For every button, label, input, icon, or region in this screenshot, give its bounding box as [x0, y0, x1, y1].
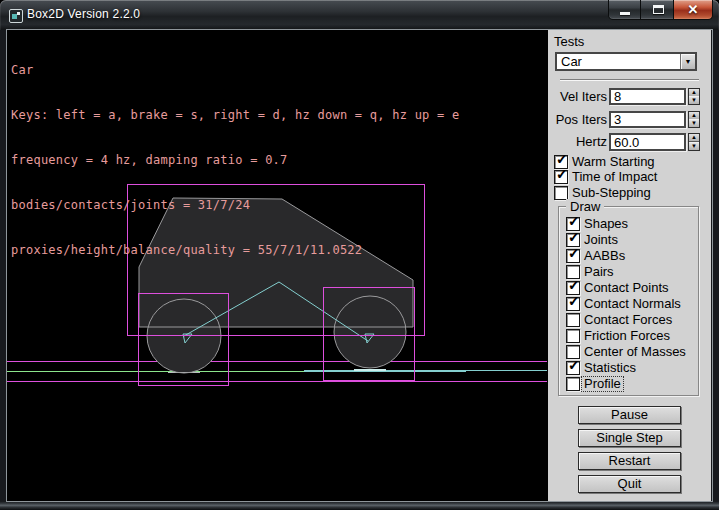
vel-iters-label: Vel Iters — [548, 88, 607, 105]
checkbox-label: Sub-Stepping — [572, 186, 651, 200]
draw-groupbox: Draw ✓ Shapes ✓ Joints ✓ AABBs Pairs ✓ C… — [558, 206, 699, 396]
checkbox-label: Pairs — [584, 265, 614, 279]
hertz-label: Hertz — [548, 133, 607, 151]
checkbox-label: Time of Impact — [572, 170, 657, 184]
app-icon-dot — [17, 12, 20, 15]
simulation-canvas[interactable]: Car Keys: left = a, brake = s, right = d… — [7, 30, 548, 501]
spin-down-button[interactable]: ▼ — [689, 142, 699, 150]
vel-iters-input[interactable] — [609, 88, 686, 105]
debug-text-overlay: Car Keys: left = a, brake = s, right = d… — [11, 33, 459, 288]
checkbox-box: ✓ — [554, 170, 568, 184]
check-icon: ✓ — [556, 166, 568, 182]
spin-down-icon: ▼ — [691, 120, 697, 126]
check-icon: ✓ — [556, 151, 568, 167]
bodies-stats-text: bodies/contacts/joints = 31/7/24 — [11, 198, 459, 213]
spin-up-icon: ▲ — [691, 134, 697, 140]
checkbox-label: Contact Normals — [584, 297, 681, 311]
checkbox-box — [566, 329, 580, 343]
checkbox-box — [566, 377, 580, 391]
proxies-stats-text: proxies/height/balance/quality = 55/7/1/… — [11, 243, 459, 258]
quit-button[interactable]: Quit — [578, 475, 681, 493]
checkbox-label: Friction Forces — [584, 329, 670, 343]
checkbox-label: Warm Starting — [572, 155, 655, 169]
spin-down-icon: ▼ — [691, 143, 697, 149]
check-icon: ✓ — [568, 357, 580, 373]
control-panel: Tests Car ▼ Vel Iters ▲ ▼ Pos Iters ▲ ▼ … — [548, 30, 711, 501]
checkbox-label: AABBs — [584, 249, 625, 263]
spin-down-button[interactable]: ▼ — [689, 119, 699, 127]
pos-iters-label: Pos Iters — [548, 111, 607, 128]
spin-down-icon: ▼ — [691, 97, 697, 103]
dropdown-arrow-button[interactable]: ▼ — [680, 54, 695, 69]
spin-up-button[interactable]: ▲ — [689, 134, 699, 142]
checkbox-label: Joints — [584, 233, 618, 247]
draw-group-title: Draw — [566, 199, 604, 214]
check-icon: ✓ — [568, 229, 580, 245]
minimize-icon — [620, 12, 630, 15]
window-frame: Box2D Version 2.2.0 ✕ — [0, 0, 719, 510]
spin-down-button[interactable]: ▼ — [689, 96, 699, 104]
checkbox-box — [554, 186, 568, 200]
checkbox-label: Shapes — [584, 217, 628, 231]
checkbox-label: Contact Forces — [584, 313, 672, 327]
pos-iters-spinner: ▲ ▼ — [688, 111, 700, 128]
pos-iters-input[interactable] — [609, 111, 686, 128]
test-select-dropdown[interactable]: Car ▼ — [555, 52, 697, 71]
close-icon: ✕ — [674, 2, 712, 17]
titlebar[interactable]: Box2D Version 2.2.0 ✕ — [0, 0, 719, 30]
checkbox-label: Statistics — [584, 361, 636, 375]
window-title: Box2D Version 2.2.0 — [27, 7, 140, 21]
checkbox-label: Contact Points — [584, 281, 669, 295]
spin-up-icon: ▲ — [691, 89, 697, 95]
check-icon: ✓ — [568, 213, 580, 229]
keys-help-text: Keys: left = a, brake = s, right = d, hz… — [11, 108, 459, 123]
checkbox-box: ✓ — [566, 297, 580, 311]
chevron-down-icon: ▼ — [681, 54, 695, 69]
hertz-input[interactable] — [609, 133, 686, 151]
pause-button[interactable]: Pause — [578, 406, 681, 424]
frequency-text: frequency = 4 hz, damping ratio = 0.7 — [11, 153, 459, 168]
test-select-value: Car — [561, 54, 582, 69]
checkbox-box — [566, 313, 580, 327]
window-bottom-frame — [0, 501, 719, 510]
checkbox-box: ✓ — [566, 361, 580, 375]
spin-up-icon: ▲ — [691, 112, 697, 118]
minimize-button[interactable] — [608, 0, 641, 20]
check-icon: ✓ — [568, 293, 580, 309]
restart-button[interactable]: Restart — [578, 452, 681, 470]
vel-iters-spinner: ▲ ▼ — [688, 88, 700, 105]
separator — [560, 79, 699, 80]
test-name-text: Car — [11, 63, 459, 78]
checkbox-box: ✓ — [566, 249, 580, 263]
check-icon: ✓ — [568, 277, 580, 293]
single-step-button[interactable]: Single Step — [578, 429, 681, 447]
tests-label: Tests — [554, 34, 584, 49]
checkbox-label-focused: Profile — [582, 377, 623, 391]
checkbox-label: Center of Masses — [584, 345, 686, 359]
app-icon[interactable] — [9, 9, 23, 23]
check-icon: ✓ — [568, 245, 580, 261]
close-button[interactable]: ✕ — [673, 0, 713, 20]
hertz-spinner: ▲ ▼ — [688, 133, 700, 151]
maximize-button[interactable] — [640, 0, 674, 20]
restore-icon — [653, 5, 664, 14]
